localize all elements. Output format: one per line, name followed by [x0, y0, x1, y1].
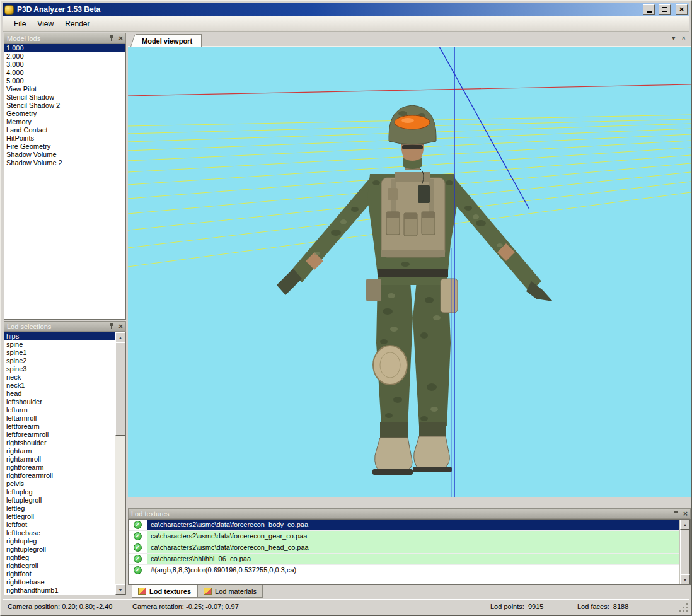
menu-view[interactable]: View — [32, 18, 59, 30]
horizon-line — [128, 84, 691, 96]
lod-selections-scrollbar[interactable]: ▲ ▼ — [115, 332, 125, 595]
lod-selection-item[interactable]: spine1 — [4, 349, 115, 357]
lod-textures-panel: Lod textures × ✓ca\characters2\usmc\data… — [128, 508, 691, 585]
lod-selection-item[interactable]: rightleg — [4, 554, 115, 562]
lod-selection-item[interactable]: righthandthumb1 — [4, 586, 115, 595]
model-lod-item[interactable]: Geometry — [4, 110, 125, 118]
titlebar[interactable]: P3D Analyzer 1.53 Beta × — [3, 3, 689, 16]
model-lod-item[interactable]: 5.000 — [4, 77, 125, 85]
lod-selection-item[interactable]: rightuplegroll — [4, 545, 115, 554]
pin-icon[interactable] — [674, 511, 679, 517]
model-lod-item[interactable]: Fire Geometry — [4, 142, 125, 151]
lod-selection-item[interactable]: righttoebase — [4, 578, 115, 586]
model-lod-item[interactable]: Shadow Volume 2 — [4, 159, 125, 167]
scroll-down-icon: ▼ — [683, 578, 688, 582]
menu-file[interactable]: File — [8, 18, 32, 30]
lod-selection-item[interactable]: rightlegroll — [4, 562, 115, 570]
texture-row[interactable]: ✓ca\characters\hhl\hhl_06_co.paa — [129, 554, 679, 565]
scrollbar-track[interactable] — [680, 530, 690, 574]
lod-selection-item[interactable]: leftuplegroll — [4, 496, 115, 504]
lod-selection-item[interactable]: leftarm — [4, 406, 115, 414]
tab-lod-textures[interactable]: Lod textures — [132, 585, 197, 598]
tab-model-viewport[interactable]: Model viewport — [136, 34, 202, 47]
panel-close-icon[interactable]: × — [118, 323, 123, 330]
viewport-menu-chevron-icon[interactable]: ▾ — [672, 35, 676, 42]
minimize-icon — [647, 11, 652, 13]
model-lod-item[interactable]: 2.000 — [4, 52, 125, 61]
tab-lod-materials[interactable]: Lod materials — [197, 585, 263, 598]
scrollbar-thumb[interactable] — [680, 530, 690, 574]
statusbar-section: Camera position: 0.20; 0.80; -2.40 — [3, 600, 127, 613]
model-lod-item[interactable]: Stencil Shadow — [4, 93, 125, 102]
lod-textures-scrollbar[interactable]: ▲ ▼ — [679, 520, 690, 584]
model-lod-item[interactable]: Shadow Volume — [4, 151, 125, 159]
texture-row[interactable]: ✓#(argb,8,8,3)color(0.690196,0.537255,0,… — [129, 565, 679, 576]
model-lod-item[interactable]: 4.000 — [4, 69, 125, 77]
lod-selection-item[interactable]: leftarmroll — [4, 414, 115, 422]
statusbar-section: Lod faces: 8188 — [572, 600, 689, 613]
lod-selection-item[interactable]: spine3 — [4, 365, 115, 373]
pin-icon[interactable] — [109, 35, 115, 42]
scroll-up-button[interactable]: ▲ — [115, 332, 125, 342]
lod-selection-item[interactable]: rightarmroll — [4, 455, 115, 463]
lod-selection-item[interactable]: leftupleg — [4, 488, 115, 496]
model-lod-item[interactable]: Stencil Shadow 2 — [4, 102, 125, 110]
lod-selections-panel: Lod selections × hipsspinespine1spine2sp… — [4, 321, 126, 595]
panel-close-icon[interactable]: × — [683, 511, 688, 517]
menu-render[interactable]: Render — [59, 18, 95, 30]
lod-selections-header: Lod selections × — [4, 321, 126, 332]
lod-selection-item[interactable]: lefttoebase — [4, 529, 115, 537]
model-lod-item[interactable]: 3.000 — [4, 61, 125, 69]
texture-row[interactable]: ✓ca\characters2\usmc\data\forcerecon_bod… — [129, 520, 679, 531]
scroll-up-button[interactable]: ▲ — [680, 520, 690, 530]
lod-selection-item[interactable]: neck1 — [4, 381, 115, 390]
close-button[interactable]: × — [676, 4, 688, 15]
maximize-button[interactable] — [659, 4, 671, 15]
lod-selection-item[interactable]: rightfoot — [4, 570, 115, 578]
texture-path: ca\characters2\usmc\data\forcerecon_head… — [147, 542, 679, 553]
scroll-down-button[interactable]: ▼ — [115, 584, 125, 595]
lod-selection-item[interactable]: leftforearm — [4, 422, 115, 431]
model-lods-listbox: 1.0002.0003.0004.0005.000View PilotStenc… — [4, 44, 126, 320]
lod-selection-item[interactable]: leftforearmroll — [4, 431, 115, 439]
model-lod-item[interactable]: 1.000 — [4, 44, 125, 52]
lod-selections-listbox: hipsspinespine1spine2spine3neckneck1head… — [4, 332, 126, 595]
tab-label: Model viewport — [142, 37, 192, 45]
textures-tabstrip: Lod texturesLod materials — [128, 585, 691, 600]
texture-row[interactable]: ✓ca\characters2\usmc\data\forcerecon_hea… — [129, 542, 679, 554]
lod-selection-item[interactable]: leftshoulder — [4, 398, 115, 406]
lod-selection-item[interactable]: rightarm — [4, 447, 115, 455]
model-lods-list: 1.0002.0003.0004.0005.000View PilotStenc… — [4, 44, 125, 319]
lod-selection-item[interactable]: hips — [4, 332, 115, 340]
texture-row[interactable]: ✓ca\characters2\usmc\data\forcerecon_gea… — [129, 531, 679, 542]
texture-ok-icon: ✓ — [134, 555, 142, 563]
resize-grip[interactable] — [679, 603, 688, 612]
viewport-canvas — [128, 47, 691, 497]
viewport-close-icon[interactable]: × — [682, 35, 686, 42]
model-lod-item[interactable]: HitPoints — [4, 134, 125, 142]
model-lod-item[interactable]: Memory — [4, 118, 125, 126]
model-viewport[interactable] — [128, 47, 691, 497]
panel-close-icon[interactable]: × — [118, 35, 123, 42]
lod-selection-item[interactable]: rightforearm — [4, 463, 115, 472]
scrollbar-track[interactable] — [115, 342, 125, 584]
lod-selection-item[interactable]: leftlegroll — [4, 513, 115, 521]
lod-selection-item[interactable]: rightforearmroll — [4, 472, 115, 480]
lod-selection-item[interactable]: spine — [4, 340, 115, 349]
lod-selection-item[interactable]: rightupleg — [4, 537, 115, 545]
scrollbar-thumb[interactable] — [115, 342, 125, 436]
statusbar-section: Lod points: 9915 — [485, 600, 572, 613]
lod-selection-item[interactable]: spine2 — [4, 357, 115, 365]
model-lod-item[interactable]: Land Contact — [4, 126, 125, 134]
lod-selection-item[interactable]: rightshoulder — [4, 439, 115, 447]
model-lod-item[interactable]: View Pilot — [4, 85, 125, 93]
scroll-down-button[interactable]: ▼ — [680, 574, 690, 584]
lod-selection-item[interactable]: pelvis — [4, 480, 115, 488]
lod-selection-item[interactable]: leftleg — [4, 504, 115, 513]
lod-selection-item[interactable]: head — [4, 390, 115, 398]
lod-selection-item[interactable]: neck — [4, 373, 115, 381]
lod-selection-item[interactable]: leftfoot — [4, 521, 115, 529]
minimize-button[interactable] — [643, 4, 655, 15]
pin-icon[interactable] — [109, 323, 115, 330]
texture-tab-icon — [138, 588, 146, 595]
